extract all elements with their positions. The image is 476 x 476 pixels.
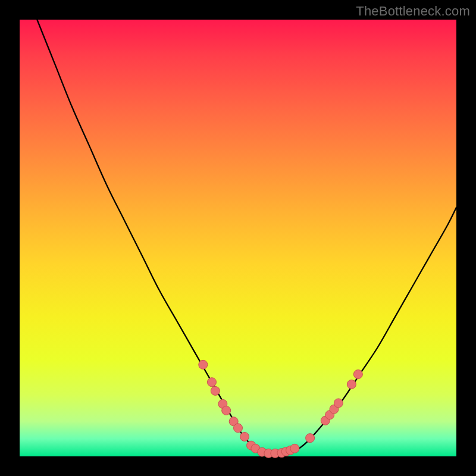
watermark-text: TheBottleneck.com — [356, 4, 470, 19]
chart-frame: TheBottleneck.com — [0, 0, 476, 476]
plot-background — [20, 20, 456, 456]
